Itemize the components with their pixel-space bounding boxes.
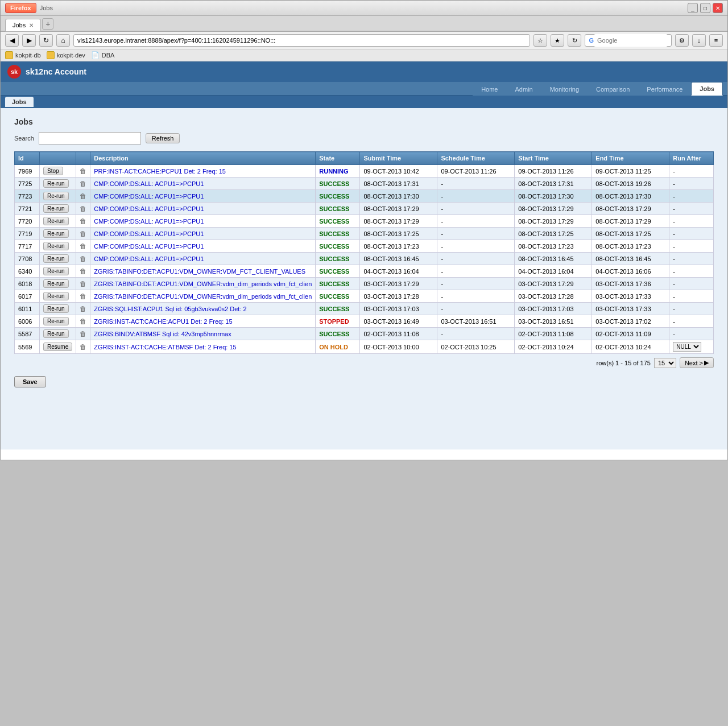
browser-tab-jobs[interactable]: Jobs ✕: [5, 19, 41, 31]
trash-icon[interactable]: 🗑: [80, 305, 86, 313]
nav-tab-monitoring[interactable]: Monitoring: [541, 82, 588, 96]
cell-id: 7717: [15, 240, 40, 253]
extensions-icon[interactable]: ⚙: [675, 34, 689, 47]
action-button[interactable]: Re-run: [43, 179, 69, 188]
download-icon[interactable]: ↓: [692, 34, 706, 47]
action-button[interactable]: Re-run: [43, 254, 69, 263]
trash-icon[interactable]: 🗑: [80, 192, 86, 200]
cell-start-time: 03-OCT-2013 17:28: [515, 290, 592, 303]
description-link[interactable]: ZGRIS:INST-ACT:CACHE:ACPU1 Det: 2 Freq: …: [94, 318, 232, 325]
trash-icon[interactable]: 🗑: [80, 267, 86, 275]
action-button[interactable]: Re-run: [43, 279, 69, 288]
next-page-button[interactable]: Next > ▶: [680, 357, 714, 368]
trash-icon[interactable]: 🗑: [80, 292, 86, 300]
search-area: Search Refresh: [14, 132, 714, 145]
refresh-button[interactable]: Refresh: [146, 133, 180, 143]
app-title: sk12nc Account: [26, 67, 86, 76]
browser-search-input[interactable]: [594, 34, 668, 47]
cell-description: CMP:COMP:DS:ALL: ACPU1=>PCPU1: [90, 253, 316, 265]
trash-icon[interactable]: 🗑: [80, 167, 86, 175]
menu-icon[interactable]: ≡: [709, 34, 723, 47]
save-button[interactable]: Save: [14, 376, 46, 387]
description-link[interactable]: CMP:COMP:DS:ALL: ACPU1=>PCPU1: [94, 230, 204, 237]
col-header-action: [39, 152, 76, 165]
trash-icon[interactable]: 🗑: [80, 180, 86, 188]
description-link[interactable]: CMP:COMP:DS:ALL: ACPU1=>PCPU1: [94, 193, 204, 200]
action-button[interactable]: Re-run: [43, 329, 69, 338]
trash-icon[interactable]: 🗑: [80, 317, 86, 325]
description-link[interactable]: PRF:INST-ACT:CACHE:PCPU1 Det: 2 Freq: 15: [94, 168, 226, 175]
run-after-select[interactable]: NULL: [673, 342, 701, 352]
trash-icon[interactable]: 🗑: [80, 343, 86, 351]
new-tab-button[interactable]: +: [42, 18, 53, 30]
description-link[interactable]: ZGRIS:TABINFO:DET:ACPU1:VDM_OWNER:VDM_FC…: [94, 268, 305, 275]
bookmark-star-icon[interactable]: ☆: [533, 34, 547, 47]
bookmark-star-filled-icon[interactable]: ★: [551, 34, 564, 47]
description-link[interactable]: ZGRIS:TABINFO:DET:ACPU1:VDM_OWNER:vdm_di…: [94, 293, 312, 300]
close-button[interactable]: ✕: [713, 3, 723, 13]
trash-icon[interactable]: 🗑: [80, 217, 86, 225]
tab-close-icon[interactable]: ✕: [29, 22, 34, 28]
action-button[interactable]: Re-run: [43, 204, 69, 213]
action-button[interactable]: Re-run: [43, 229, 69, 238]
nav-tab-home[interactable]: Home: [473, 82, 506, 96]
action-button[interactable]: Re-run: [43, 192, 69, 200]
description-link[interactable]: CMP:COMP:DS:ALL: ACPU1=>PCPU1: [94, 205, 204, 212]
description-link[interactable]: ZGRIS:BINDV:ATBMSF Sql id: 42v3mp5hnnrma…: [94, 331, 231, 337]
bookmark-kokpit-db[interactable]: kokpit-db: [5, 51, 41, 59]
description-link[interactable]: CMP:COMP:DS:ALL: ACPU1=>PCPU1: [94, 243, 204, 250]
trash-icon[interactable]: 🗑: [80, 330, 86, 338]
cell-action: Re-run: [39, 265, 76, 278]
trash-icon[interactable]: 🗑: [80, 255, 86, 263]
nav-tab-admin[interactable]: Admin: [506, 82, 541, 96]
maximize-button[interactable]: □: [700, 3, 710, 13]
description-link[interactable]: ZGRIS:SQLHIST:ACPU1 Sql id: 05gb3vukva0s…: [94, 306, 246, 312]
firefox-button[interactable]: Firefox: [5, 3, 36, 13]
page-tab-jobs[interactable]: Jobs: [5, 97, 34, 107]
minimize-button[interactable]: _: [688, 3, 698, 13]
forward-button[interactable]: ▶: [22, 34, 36, 47]
rows-per-page-select[interactable]: 15 25 50: [654, 358, 676, 368]
trash-icon[interactable]: 🗑: [80, 205, 86, 213]
cell-end-time: 08-OCT-2013 16:45: [592, 253, 669, 265]
cell-start-time: 03-OCT-2013 16:51: [515, 315, 592, 328]
reload-button[interactable]: ↻: [39, 34, 53, 47]
url-input[interactable]: [73, 34, 530, 47]
nav-tab-jobs[interactable]: Jobs: [691, 82, 723, 96]
cell-description: ZGRIS:INST-ACT:CACHE:ATBMSF Det: 2 Freq:…: [90, 340, 316, 354]
action-button[interactable]: Re-run: [43, 317, 69, 325]
cell-run-after: -: [669, 165, 714, 178]
description-link[interactable]: CMP:COMP:DS:ALL: ACPU1=>PCPU1: [94, 218, 204, 225]
home-button[interactable]: ⌂: [56, 34, 70, 47]
cell-trash: 🗑: [76, 228, 90, 240]
rows-info: row(s) 1 - 15 of 175: [597, 360, 651, 366]
cell-trash: 🗑: [76, 253, 90, 265]
action-button[interactable]: Re-run: [43, 292, 69, 300]
bookmark-dba[interactable]: 📄 DBA: [91, 51, 115, 59]
action-button[interactable]: Re-run: [43, 242, 69, 250]
description-link[interactable]: CMP:COMP:DS:ALL: ACPU1=>PCPU1: [94, 180, 204, 187]
table-row: 7725Re-run🗑CMP:COMP:DS:ALL: ACPU1=>PCPU1…: [15, 178, 714, 190]
cell-action: Re-run: [39, 303, 76, 315]
nav-tab-comparison[interactable]: Comparison: [588, 82, 638, 96]
trash-icon[interactable]: 🗑: [80, 280, 86, 288]
action-button[interactable]: Re-run: [43, 267, 69, 275]
trash-icon[interactable]: 🗑: [80, 242, 86, 250]
col-header-submit-time: Submit Time: [360, 152, 437, 165]
description-link[interactable]: CMP:COMP:DS:ALL: ACPU1=>PCPU1: [94, 255, 204, 262]
description-link[interactable]: ZGRIS:INST-ACT:CACHE:ATBMSF Det: 2 Freq:…: [94, 344, 236, 350]
refresh-addr-icon[interactable]: ↻: [568, 34, 581, 47]
cell-action: Re-run: [39, 240, 76, 253]
description-link[interactable]: ZGRIS:TABINFO:DET:ACPU1:VDM_OWNER:vdm_di…: [94, 280, 312, 287]
action-button[interactable]: Re-run: [43, 217, 69, 225]
bookmark-kokpit-dev[interactable]: kokpit-dev: [47, 51, 85, 59]
nav-tab-performance[interactable]: Performance: [638, 82, 691, 96]
title-bar: Firefox Jobs _ □ ✕: [1, 1, 727, 16]
action-button[interactable]: Stop: [43, 167, 63, 175]
cell-start-time: 08-OCT-2013 17:25: [515, 228, 592, 240]
back-button[interactable]: ◀: [5, 34, 19, 47]
trash-icon[interactable]: 🗑: [80, 230, 86, 238]
search-input[interactable]: [39, 132, 141, 145]
action-button[interactable]: Resume: [43, 343, 72, 351]
action-button[interactable]: Re-run: [43, 304, 69, 313]
